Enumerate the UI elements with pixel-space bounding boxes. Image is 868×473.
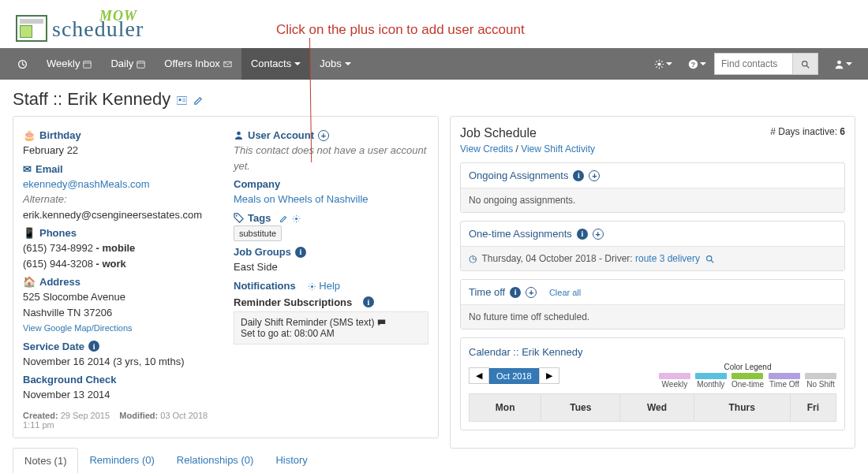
page-title: Staff :: Erik Kennedy [13,89,170,110]
email-heading: ✉Email [23,163,218,175]
reminder-subs-heading: Reminder Subscriptions i [234,296,428,308]
view-credits-link[interactable]: View Credits [460,143,513,155]
info-icon[interactable]: i [363,296,374,307]
company-heading: Company [234,178,428,190]
onetime-panel: One-time Assignments i + Thursday, 04 Oc… [460,221,845,271]
logo-icon [16,15,47,42]
tab-notes[interactable]: Notes (1) [13,448,78,474]
edit-icon[interactable] [193,93,204,105]
svg-point-3 [657,62,660,65]
user-account-message: This contact does not have a user accoun… [234,143,428,173]
add-user-account-icon[interactable]: + [318,130,329,141]
svg-rect-1 [84,61,91,68]
svg-point-12 [295,217,297,219]
vcard-icon[interactable] [177,93,187,105]
calendar-panel: Calendar :: Erik Kennedy Color Legend We… [460,337,845,430]
nav-user-menu[interactable] [826,59,860,69]
comment-icon [377,318,386,327]
reminder-box: Daily Shift Reminder (SMS text) Set to g… [234,311,428,345]
search-icon[interactable] [705,253,714,264]
phone2-type: - work [93,258,126,270]
days-inactive: # Days inactive: 6 [770,126,845,137]
add-timeoff-icon[interactable]: + [526,287,537,298]
tab-reminders[interactable]: Reminders (0) [78,448,165,473]
cal-header-fri: Fri [790,394,836,422]
tag-substitute[interactable]: substitute [234,225,282,242]
nav-contacts[interactable]: Contacts [241,48,310,80]
add-onetime-icon[interactable]: + [593,229,604,240]
service-date-value: November 16 2014 (3 yrs, 10 mths) [23,354,218,370]
cal-header-wed: Wed [620,394,694,422]
cal-header-tue: Tues [541,394,620,422]
calendar-heading: Calendar :: Erik Kennedy [469,346,836,358]
edit-tags-icon[interactable] [279,212,288,224]
job-groups-value: East Side [234,259,428,275]
notif-settings-icon[interactable]: Help [308,280,340,292]
service-date-heading: Service Date i [23,341,218,352]
phone1-number: (615) 734-8992 [23,242,93,254]
logo-text: MOWscheduler [52,8,144,42]
tab-history[interactable]: History [264,448,318,473]
tab-relationships[interactable]: Relationships (0) [166,448,265,473]
svg-text:?: ? [691,60,695,68]
svg-point-13 [311,285,313,287]
cal-header-mon: Mon [470,394,541,422]
svg-point-10 [237,132,241,136]
email-primary-link[interactable]: ekennedy@nashMeals.com [23,178,150,190]
ongoing-body: No ongoing assignments. [461,188,844,212]
info-icon[interactable]: i [295,247,306,258]
svg-point-14 [706,256,711,261]
map-link[interactable]: View Google Map/Directions [23,323,133,333]
job-schedule-panel: # Days inactive: 6 Job Schedule View Cre… [450,116,855,449]
info-icon[interactable]: i [573,170,584,181]
page-title-row: Staff :: Erik Kennedy [0,80,868,116]
cal-month-label[interactable]: Oct 2018 [489,368,539,384]
svg-rect-8 [177,96,187,104]
job-groups-heading: Job Groups i [234,246,428,258]
cal-next-button[interactable]: ▶ [539,367,559,384]
nav-settings[interactable] [646,59,680,69]
clock-icon [469,253,477,264]
info-icon[interactable]: i [577,229,588,240]
background-check-heading: Background Check [23,374,218,385]
nav-weekly[interactable]: Weekly [37,48,101,80]
nav-help[interactable]: ? [680,59,714,69]
birthday-heading: 🎂Birthday [23,129,218,141]
nav-refresh[interactable] [8,59,37,69]
phone1-type: - mobile [93,242,135,254]
route-link[interactable]: route 3 delivery [635,253,700,264]
search-input[interactable] [714,53,793,75]
nav-offers-inbox[interactable]: Offers Inbox [155,48,241,80]
search-button[interactable] [793,53,818,75]
contact-panel: 🎂Birthday February 22 ✉Email ekennedy@na… [13,116,439,438]
info-icon[interactable]: i [510,287,521,298]
address-line2: Nashville TN 37206 [23,307,112,318]
svg-point-9 [179,99,181,101]
calendar-table: Mon Tues Wed Thurs Fri [469,393,836,422]
nav-daily[interactable]: Daily [101,48,155,80]
address-line1: 525 Slocombe Avenue [23,291,125,303]
color-legend: Color Legend Weekly Monthly One-time Tim… [659,363,836,389]
clear-all-link[interactable]: Clear all [549,288,581,297]
email-alt-value: erik.kennedy@csengineersestates.com [23,209,202,221]
view-shift-activity-link[interactable]: View Shift Activity [521,143,595,155]
add-ongoing-icon[interactable]: + [589,170,600,181]
cal-prev-button[interactable]: ◀ [469,367,489,384]
info-icon[interactable]: i [88,341,99,352]
company-link[interactable]: Meals on Wheels of Nashville [234,193,369,205]
timeoff-panel: Time off i + Clear all No future time of… [460,279,845,330]
birthday-value: February 22 [23,143,218,158]
navbar: Weekly Daily Offers Inbox Contacts Jobs … [0,48,868,80]
timeoff-body: No future time off scheduled. [461,304,844,329]
svg-rect-2 [137,61,144,68]
tag-settings-icon[interactable] [292,212,301,224]
onetime-body: Thursday, 04 October 2018 - Driver: rout… [461,246,844,270]
svg-point-11 [236,214,238,216]
nav-jobs[interactable]: Jobs [310,48,360,80]
svg-point-6 [803,61,807,66]
address-heading: 🏠Address [23,276,218,288]
email-alt-label: Alternate: [23,193,67,205]
phone2-number: (615) 944-3208 [23,258,93,270]
meta-row: Created: 29 Sep 2015 Modified: 03 Oct 20… [23,411,218,430]
cal-header-thu: Thurs [694,394,790,422]
